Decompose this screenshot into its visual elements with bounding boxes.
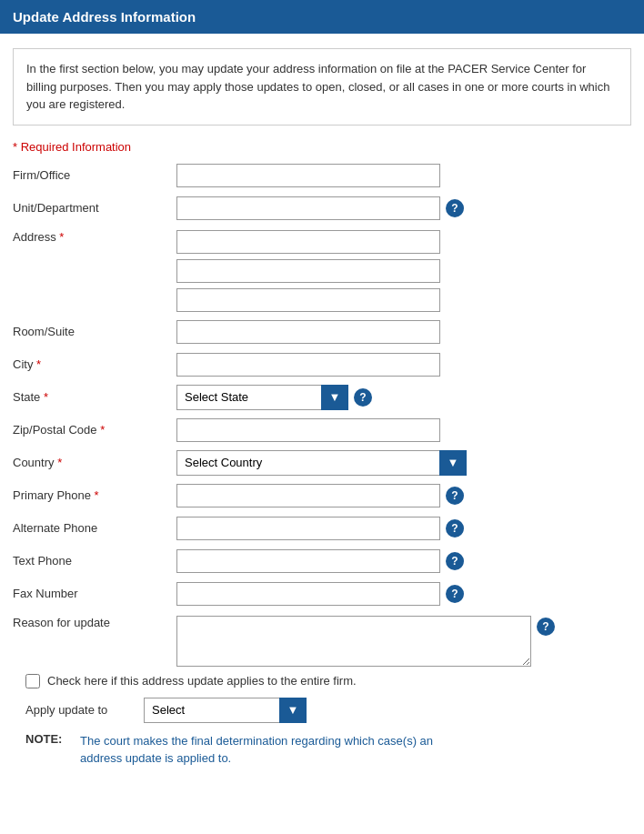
alternate-phone-help-icon[interactable]: ? [446, 519, 464, 538]
primary-phone-row: Primary Phone * ? [13, 483, 631, 508]
apply-update-label: Apply update to [25, 703, 144, 717]
city-label: City * [13, 357, 176, 371]
unit-department-help-icon[interactable]: ? [446, 199, 464, 217]
primary-phone-label: Primary Phone * [13, 488, 176, 502]
unit-department-row: Unit/Department ? [13, 196, 631, 221]
state-help-icon[interactable]: ? [354, 388, 372, 407]
text-phone-help-icon[interactable]: ? [446, 552, 464, 570]
zip-label: Zip/Postal Code * [13, 423, 176, 437]
info-box: In the first section below, you may upda… [13, 48, 631, 126]
apply-update-row: Apply update to Select SelectOpen CasesC… [13, 698, 631, 723]
address-line3-input[interactable] [176, 288, 440, 312]
reason-update-textarea[interactable] [176, 616, 531, 667]
country-label: Country * [13, 456, 176, 469]
fax-number-label: Fax Number [13, 587, 176, 600]
alternate-phone-label: Alternate Phone [13, 521, 176, 535]
country-select-wrapper: Select Country Select CountryUnited Stat… [176, 450, 467, 476]
country-select[interactable]: Select Country Select CountryUnited Stat… [176, 450, 440, 476]
firm-office-input[interactable] [176, 164, 440, 187]
entire-firm-checkbox[interactable] [25, 674, 40, 688]
reason-update-label: Reason for update [13, 616, 176, 629]
alternate-phone-row: Alternate Phone ? [13, 516, 631, 541]
apply-update-select-wrapper: Select SelectOpen CasesClosed CasesAll C… [144, 698, 307, 723]
apply-update-dropdown-arrow-icon: ▼ [279, 698, 307, 723]
state-select[interactable]: Select State Select StateAlabamaAlaskaAr… [176, 385, 322, 410]
address-line1-input[interactable] [176, 230, 440, 254]
state-row: State * Select State Select StateAlabama… [13, 385, 631, 410]
room-suite-input[interactable] [176, 320, 440, 344]
entire-firm-checkbox-label: Check here if this address update applie… [47, 674, 357, 688]
primary-phone-input[interactable] [176, 484, 440, 507]
zip-row: Zip/Postal Code * [13, 417, 631, 443]
unit-department-label: Unit/Department [13, 201, 176, 215]
fax-number-row: Fax Number ? [13, 581, 631, 607]
room-suite-row: Room/Suite [13, 319, 631, 345]
page-title: Update Address Information [13, 9, 196, 25]
note-row: NOTE: The court makes the final determin… [13, 732, 631, 768]
country-row: Country * Select Country Select CountryU… [13, 450, 631, 476]
city-input[interactable] [176, 353, 440, 377]
fax-number-help-icon[interactable]: ? [446, 585, 464, 603]
alternate-phone-input[interactable] [176, 517, 440, 540]
info-box-text: In the first section below, you may upda… [26, 62, 609, 111]
reason-update-row: Reason for update ? [13, 614, 631, 667]
text-phone-input[interactable] [176, 549, 440, 573]
firm-office-row: Firm/Office [13, 163, 631, 188]
zip-input[interactable] [176, 418, 440, 442]
room-suite-label: Room/Suite [13, 325, 176, 338]
state-label: State * [13, 390, 176, 404]
text-phone-label: Text Phone [13, 554, 176, 568]
state-dropdown-arrow-icon: ▼ [321, 385, 348, 410]
note-label: NOTE: [25, 732, 80, 746]
page-header: Update Address Information [0, 0, 644, 34]
country-dropdown-arrow-icon: ▼ [439, 450, 467, 476]
text-phone-row: Text Phone ? [13, 548, 631, 574]
required-info-label: * Required Information [13, 140, 631, 154]
firm-office-label: Firm/Office [13, 168, 176, 182]
address-inputs [176, 230, 440, 312]
primary-phone-help-icon[interactable]: ? [446, 487, 464, 505]
entire-firm-checkbox-row: Check here if this address update applie… [13, 674, 631, 688]
state-select-wrapper: Select State Select StateAlabamaAlaskaAr… [176, 385, 348, 410]
apply-update-select[interactable]: Select SelectOpen CasesClosed CasesAll C… [144, 698, 280, 723]
city-row: City * [13, 352, 631, 377]
address-line2-input[interactable] [176, 259, 440, 283]
unit-department-input[interactable] [176, 196, 440, 220]
address-label: Address * [13, 230, 176, 244]
note-text: The court makes the final determination … [80, 732, 444, 768]
fax-number-input[interactable] [176, 582, 440, 606]
address-row: Address * [13, 228, 631, 312]
reason-update-help-icon[interactable]: ? [537, 618, 555, 636]
